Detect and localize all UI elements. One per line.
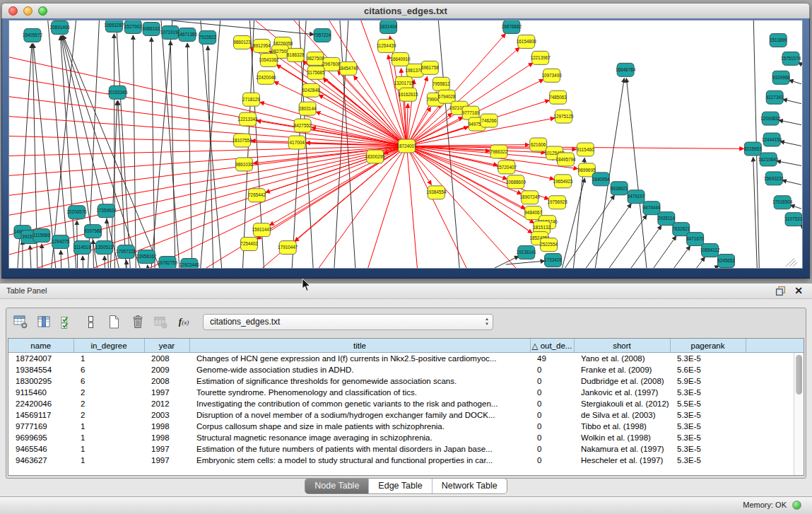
graph-edge[interactable] bbox=[586, 204, 631, 268]
table-select-dropdown[interactable]: citations_edges.txt ▲▼ bbox=[203, 314, 493, 330]
graph-edge[interactable] bbox=[783, 99, 801, 103]
network-canvas[interactable]: 9860123891295418226058982750981863281054… bbox=[9, 21, 802, 268]
table-cell[interactable]: Changes of HCN gene expression and I(f) … bbox=[189, 353, 530, 365]
table-cell[interactable]: 1 bbox=[73, 353, 144, 365]
column-header-out_de[interactable]: △ out_de... bbox=[530, 339, 574, 353]
tab-edge-table[interactable]: Edge Table bbox=[368, 479, 431, 493]
graph-node[interactable]: 9115460 bbox=[577, 143, 594, 156]
table-cell[interactable]: 9699695 bbox=[8, 432, 73, 443]
table-cell[interactable]: 5.6E-5 bbox=[670, 364, 746, 375]
graph-node[interactable]: 7955812 bbox=[433, 77, 450, 90]
table-cell[interactable]: 6 bbox=[73, 375, 144, 387]
table-cell[interactable]: 0 bbox=[530, 364, 574, 375]
table-row[interactable]: 911546021997Tourette syndrome. Phenomeno… bbox=[8, 387, 804, 398]
zoom-window-icon[interactable] bbox=[38, 6, 47, 16]
graph-edge[interactable] bbox=[413, 145, 529, 146]
function-icon[interactable]: f(x) bbox=[175, 314, 192, 329]
graph-node[interactable]: 8215953 bbox=[744, 142, 762, 156]
table-cell[interactable]: 0 bbox=[530, 409, 574, 421]
column-header-title[interactable]: title bbox=[189, 339, 530, 353]
graph-node[interactable]: 7254402 bbox=[240, 238, 258, 251]
graph-node[interactable]: 7957224 bbox=[314, 28, 331, 42]
graph-edge[interactable] bbox=[782, 180, 801, 185]
graph-edge[interactable] bbox=[565, 195, 614, 268]
graph-node[interactable]: 7986322 bbox=[490, 145, 508, 158]
graph-node[interactable]: 19136141 bbox=[517, 246, 537, 259]
graph-node[interactable]: 16210643 bbox=[758, 153, 779, 166]
graph-edge[interactable] bbox=[654, 236, 676, 268]
graph-node[interactable]: 7515522 bbox=[199, 30, 216, 44]
graph-edge[interactable] bbox=[438, 21, 459, 268]
tab-network-table[interactable]: Network Table bbox=[432, 479, 507, 493]
table-cell[interactable]: Embryonic stem cells: a model to study s… bbox=[189, 455, 530, 466]
graph-node[interactable]: 16640910 bbox=[390, 52, 411, 66]
graph-edge[interactable] bbox=[48, 21, 69, 268]
graph-node[interactable]: 1115686 bbox=[33, 229, 50, 243]
graph-edge[interactable] bbox=[753, 157, 758, 268]
table-cell[interactable]: 2003 bbox=[144, 409, 189, 421]
graph-node[interactable]: 16154808 bbox=[517, 35, 537, 48]
graph-node[interactable]: 18495794 bbox=[555, 153, 576, 166]
graph-node[interactable]: 18454749 bbox=[339, 62, 359, 75]
table-row[interactable]: 1456911722003Disruption of a novel membe… bbox=[8, 409, 804, 421]
graph-edge[interactable] bbox=[368, 150, 406, 268]
table-cell[interactable]: Stergiakouli et al. (2012) bbox=[574, 398, 670, 409]
table-cell[interactable]: 1997 bbox=[144, 387, 189, 398]
table-cell[interactable]: 18724007 bbox=[8, 353, 73, 365]
column-header-short[interactable]: short bbox=[574, 339, 670, 353]
graph-edge[interactable] bbox=[114, 34, 114, 268]
table-row[interactable]: 1872400712008Changes of HCN gene express… bbox=[8, 353, 804, 365]
graph-node[interactable]: 16648784 bbox=[616, 63, 636, 76]
graph-node[interactable]: 1511899 bbox=[770, 33, 787, 47]
table-cell[interactable]: 1997 bbox=[144, 443, 189, 455]
graph-node[interactable]: 12213343 bbox=[237, 112, 258, 126]
graph-edge[interactable] bbox=[52, 21, 76, 268]
graph-node[interactable]: 9861036 bbox=[235, 158, 253, 171]
table-cell[interactable]: 1 bbox=[73, 455, 144, 466]
graph-node[interactable]: 7265442 bbox=[248, 189, 266, 202]
table-cell[interactable]: Hescheler et al. (1997) bbox=[574, 455, 670, 466]
table-settings-icon[interactable] bbox=[12, 314, 29, 329]
new-file-icon[interactable] bbox=[105, 314, 122, 329]
show-columns-icon[interactable] bbox=[35, 314, 52, 329]
graph-node[interactable]: 7485063 bbox=[549, 90, 567, 104]
graph-node[interactable]: 12975125 bbox=[553, 110, 574, 123]
graph-node[interactable]: 19654923 bbox=[553, 175, 573, 188]
graph-edge[interactable] bbox=[83, 256, 83, 268]
graph-node[interactable]: 8471670 bbox=[686, 233, 704, 246]
graph-node[interactable]: 20206576 bbox=[66, 206, 87, 219]
table-cell[interactable]: 2 bbox=[73, 387, 144, 398]
graph-hub-node[interactable]: 18724007 bbox=[396, 139, 417, 153]
table-cell[interactable]: 5.3E-5 bbox=[670, 409, 746, 421]
graph-node[interactable]: 1527002 bbox=[124, 21, 142, 33]
table-cell[interactable]: Disruption of a novel member of a sodium… bbox=[189, 409, 530, 421]
graph-node[interactable]: 8427552 bbox=[294, 119, 312, 132]
table-cell[interactable]: 9465546 bbox=[8, 443, 73, 455]
graph-node[interactable]: 1294275 bbox=[52, 235, 69, 249]
graph-edge[interactable] bbox=[563, 178, 585, 268]
table-cell[interactable]: 18300295 bbox=[8, 375, 73, 387]
table-cell[interactable]: 9115460 bbox=[8, 387, 73, 398]
table-cell[interactable]: Yano et al. (2008) bbox=[574, 353, 670, 365]
table-row[interactable]: 946554611997Estimation of the future num… bbox=[8, 443, 804, 455]
column-header-year[interactable]: year bbox=[144, 339, 189, 353]
graph-edge[interactable] bbox=[9, 147, 403, 235]
table-cell[interactable]: 22420046 bbox=[8, 398, 73, 409]
graph-edge[interactable] bbox=[105, 256, 105, 268]
table-cell[interactable]: Tibbo et al. (1998) bbox=[574, 421, 670, 432]
table-row[interactable]: 977716911998Corpus callosum shape and si… bbox=[8, 421, 804, 432]
graph-edge[interactable] bbox=[63, 35, 160, 268]
graph-node[interactable]: 1733426 bbox=[544, 254, 562, 267]
delete-icon[interactable] bbox=[129, 314, 146, 329]
table-cell[interactable]: 2 bbox=[73, 398, 144, 409]
graph-node[interactable]: 16162615 bbox=[398, 88, 418, 101]
graph-node[interactable]: 10973493 bbox=[541, 69, 562, 82]
table-cell[interactable]: 2008 bbox=[144, 353, 189, 365]
graph-node[interactable]: 10688609 bbox=[506, 175, 526, 189]
table-row[interactable]: 1830029562008Estimation of significance … bbox=[8, 375, 804, 387]
table-cell[interactable]: Jankovic et al. (1997) bbox=[574, 387, 670, 398]
graph-edge[interactable] bbox=[407, 150, 417, 268]
table-cell[interactable]: Corpus callosum shape and size in male p… bbox=[189, 421, 530, 432]
table-cell[interactable]: 5.3E-5 bbox=[670, 353, 746, 365]
graph-node[interactable]: 2522554 bbox=[540, 238, 558, 252]
